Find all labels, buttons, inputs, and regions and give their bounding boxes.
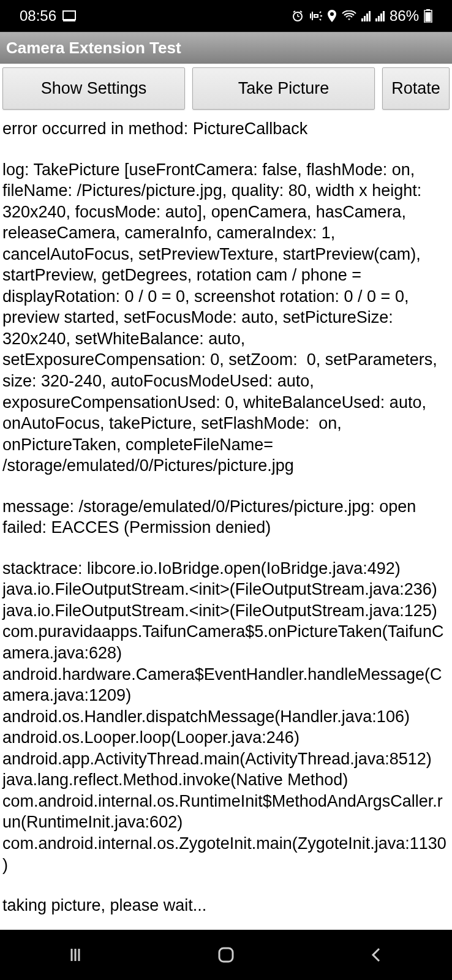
- home-button[interactable]: [208, 937, 244, 973]
- app-title: Camera Extension Test: [6, 39, 181, 57]
- navigation-bar: [0, 930, 452, 980]
- rotate-button[interactable]: Rotate: [382, 67, 450, 110]
- app-title-bar: Camera Extension Test: [0, 32, 452, 64]
- status-time: 08:56: [20, 7, 56, 24]
- stacktrace-text: stacktrace: libcore.io.IoBridge.open(IoB…: [2, 558, 450, 875]
- error-text: error occurred in method: PictureCallbac…: [2, 118, 450, 140]
- message-text: message: /storage/emulated/0/Pictures/pi…: [2, 496, 450, 538]
- back-button[interactable]: [358, 937, 395, 973]
- battery-icon: [424, 9, 432, 23]
- recent-apps-indicator-icon: [62, 10, 76, 21]
- wifi-icon: [342, 10, 356, 21]
- status-text: taking picture, please wait...: [2, 895, 450, 916]
- button-row: Show Settings Take Picture Rotate: [0, 64, 452, 113]
- signal-icon-2: [375, 10, 385, 21]
- alarm-icon: [292, 10, 304, 22]
- status-right: 86%: [292, 7, 432, 24]
- svg-rect-10: [426, 12, 431, 22]
- recent-apps-button[interactable]: [57, 937, 94, 973]
- log-text: log: TakePicture [useFrontCamera: false,…: [2, 159, 450, 477]
- status-bar: 08:56: [0, 0, 452, 32]
- status-left: 08:56: [20, 7, 76, 24]
- vibrate-icon: [309, 10, 322, 22]
- svg-rect-14: [219, 948, 233, 962]
- show-settings-button[interactable]: Show Settings: [2, 67, 185, 110]
- svg-line-6: [300, 11, 302, 12]
- home-icon: [217, 946, 235, 964]
- svg-point-7: [330, 12, 334, 16]
- back-icon: [368, 946, 385, 963]
- battery-percentage: 86%: [390, 7, 419, 24]
- recent-apps-icon: [67, 946, 84, 963]
- signal-icon: [361, 10, 371, 21]
- content-area: error occurred in method: PictureCallbac…: [0, 113, 452, 938]
- location-icon: [327, 10, 337, 22]
- svg-rect-0: [63, 11, 75, 20]
- svg-line-5: [293, 11, 295, 12]
- take-picture-button[interactable]: Take Picture: [192, 67, 375, 110]
